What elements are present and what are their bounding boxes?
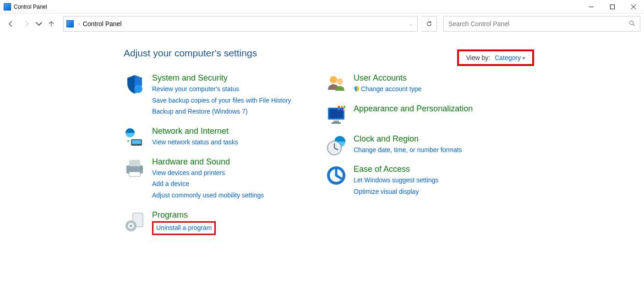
search-icon[interactable] <box>629 20 635 28</box>
refresh-button[interactable] <box>421 16 437 32</box>
programs-icon[interactable] <box>124 210 146 232</box>
svg-rect-12 <box>129 160 140 166</box>
svg-point-20 <box>337 78 343 85</box>
category-link[interactable]: Backup and Restore (Windows 7) <box>152 107 291 117</box>
navbar: › Control Panel ⌄ <box>0 14 644 34</box>
network-icon[interactable] <box>124 126 146 148</box>
category-title[interactable]: User Accounts <box>354 73 421 83</box>
category-link[interactable]: Let Windows suggest settings <box>354 175 438 186</box>
search-box[interactable] <box>443 16 640 32</box>
svg-rect-24 <box>332 122 341 124</box>
uac-shield-icon <box>354 85 360 92</box>
viewby-selector[interactable]: View by: Category <box>457 49 534 66</box>
category-title[interactable]: Programs <box>152 210 216 220</box>
category-user-accounts: User Accounts Change account type <box>325 73 508 96</box>
shield-icon[interactable] <box>124 73 146 95</box>
svg-point-10 <box>127 140 129 142</box>
category-title[interactable]: Ease of Access <box>354 164 438 174</box>
category-programs: Programs Uninstall a program <box>124 210 307 236</box>
close-button[interactable] <box>623 0 644 14</box>
category-link[interactable]: Change date, time, or number formats <box>354 145 462 155</box>
back-button[interactable] <box>4 16 18 31</box>
right-column: User Accounts Change account type Appear <box>325 73 508 245</box>
svg-rect-26 <box>341 106 343 108</box>
svg-rect-1 <box>611 5 615 9</box>
chevron-down-icon[interactable]: ⌄ <box>407 22 415 27</box>
breadcrumb-text[interactable]: Control Panel <box>83 20 407 27</box>
printer-icon[interactable] <box>124 157 146 179</box>
category-clock-region: Clock and Region Change date, time, or n… <box>325 134 508 157</box>
svg-rect-23 <box>333 120 339 122</box>
up-button[interactable] <box>44 16 59 31</box>
category-network: Network and Internet View network status… <box>124 126 307 149</box>
svg-point-4 <box>630 21 633 24</box>
content-area: Adjust your computer's settings View by:… <box>0 34 644 245</box>
left-column: System and Security Review your computer… <box>124 73 307 245</box>
category-title[interactable]: Network and Internet <box>152 126 238 136</box>
svg-rect-28 <box>338 109 340 110</box>
category-link[interactable]: Save backup copies of your files with Fi… <box>152 96 291 106</box>
app-icon <box>4 3 11 11</box>
svg-point-14 <box>140 167 142 169</box>
address-bar[interactable]: › Control Panel ⌄ <box>63 16 418 32</box>
category-appearance: Appearance and Personalization <box>325 104 508 126</box>
monitor-icon[interactable] <box>325 104 347 126</box>
page-heading: Adjust your computer's settings <box>124 48 644 59</box>
viewby-label: View by: <box>466 54 491 61</box>
viewby-value[interactable]: Category <box>495 54 525 61</box>
svg-point-6 <box>134 85 142 93</box>
svg-rect-29 <box>341 109 343 110</box>
window-title: Control Panel <box>14 4 581 10</box>
clock-icon[interactable] <box>325 134 347 156</box>
category-link[interactable]: View devices and printers <box>152 168 264 178</box>
chevron-icon: › <box>78 21 80 27</box>
svg-point-18 <box>130 225 132 227</box>
forward-button[interactable] <box>19 16 34 31</box>
category-title[interactable]: Clock and Region <box>354 134 462 144</box>
category-link[interactable]: Add a device <box>152 179 264 189</box>
category-hardware: Hardware and Sound View devices and prin… <box>124 157 307 202</box>
maximize-button[interactable] <box>602 0 623 14</box>
recent-dropdown[interactable] <box>35 16 43 31</box>
category-title[interactable]: Appearance and Personalization <box>354 104 473 114</box>
category-system-security: System and Security Review your computer… <box>124 73 307 118</box>
svg-line-5 <box>633 24 635 26</box>
category-link[interactable]: View network status and tasks <box>152 137 238 148</box>
control-panel-icon <box>66 20 74 27</box>
titlebar: Control Panel <box>0 0 644 14</box>
category-title[interactable]: Hardware and Sound <box>152 157 264 167</box>
ease-of-access-icon[interactable] <box>325 164 347 186</box>
minimize-button[interactable] <box>581 0 602 14</box>
uninstall-program-link[interactable]: Uninstall a program <box>152 221 216 235</box>
svg-rect-27 <box>344 106 345 108</box>
search-input[interactable] <box>448 20 629 27</box>
svg-rect-9 <box>132 140 141 144</box>
category-link[interactable]: Review your computer's status <box>152 84 291 94</box>
link-text: Change account type <box>361 85 421 93</box>
svg-rect-30 <box>344 109 345 110</box>
category-link[interactable]: Adjust commonly used mobility settings <box>152 191 264 201</box>
category-link[interactable]: Optimize visual display <box>354 187 438 197</box>
category-ease-of-access: Ease of Access Let Windows suggest setti… <box>325 164 508 198</box>
svg-point-19 <box>330 76 337 83</box>
svg-rect-13 <box>129 172 140 176</box>
users-icon[interactable] <box>325 73 347 95</box>
svg-rect-25 <box>338 106 340 108</box>
category-link[interactable]: Change account type <box>354 84 421 94</box>
window-controls <box>581 0 644 14</box>
category-title[interactable]: System and Security <box>152 73 291 83</box>
